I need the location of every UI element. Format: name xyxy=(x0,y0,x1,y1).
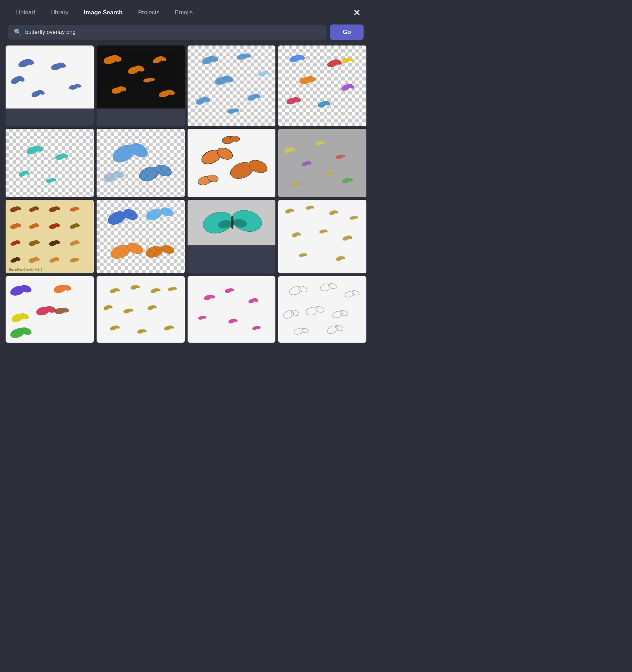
image-result-16[interactable] xyxy=(278,276,366,343)
svg-point-131 xyxy=(231,216,233,230)
image-result-1[interactable] xyxy=(6,46,94,126)
svg-point-120 xyxy=(122,207,139,222)
tab-projects[interactable]: Projects xyxy=(130,6,167,19)
search-input-wrap: 🔍 xyxy=(8,25,326,40)
image-result-12[interactable] xyxy=(278,200,366,273)
image-result-15[interactable] xyxy=(188,276,276,343)
image-result-5[interactable] xyxy=(6,129,94,197)
svg-point-122 xyxy=(159,206,175,218)
svg-text:Butterflies Clip Art, Vol. 3: Butterflies Clip Art, Vol. 3 xyxy=(9,268,43,271)
image-result-14[interactable] xyxy=(97,276,185,343)
svg-point-125 xyxy=(144,244,164,259)
svg-point-207 xyxy=(301,328,309,333)
svg-point-208 xyxy=(326,324,339,335)
svg-point-205 xyxy=(339,309,349,317)
svg-point-201 xyxy=(290,309,300,317)
tab-upload[interactable]: Upload xyxy=(8,6,43,19)
nav-bar: Upload Library Image Search Projects Emo… xyxy=(0,0,372,23)
tab-emojis[interactable]: Emojis xyxy=(167,6,201,19)
image-result-7[interactable] xyxy=(188,129,276,197)
image-result-2[interactable] xyxy=(97,46,185,126)
image-result-9[interactable]: Butterflies Clip Art, Vol. 3 xyxy=(6,200,94,273)
search-input[interactable] xyxy=(25,29,321,35)
image-grid: Butterflies Clip Art, Vol. 3 xyxy=(0,46,372,348)
image-result-8[interactable] xyxy=(278,129,366,197)
image-result-3[interactable] xyxy=(188,46,276,126)
image-result-10[interactable] xyxy=(97,200,185,273)
svg-point-197 xyxy=(328,283,337,289)
modal-container: Upload Library Image Search Projects Emo… xyxy=(0,0,372,348)
svg-point-209 xyxy=(335,324,344,332)
search-icon: 🔍 xyxy=(14,28,22,36)
svg-point-203 xyxy=(314,306,325,313)
go-button[interactable]: Go xyxy=(330,24,364,40)
tab-image-search[interactable]: Image Search xyxy=(76,6,131,19)
image-result-11[interactable] xyxy=(188,200,276,273)
search-bar: 🔍 Go xyxy=(8,24,364,40)
image-result-6[interactable] xyxy=(97,129,185,197)
svg-point-199 xyxy=(351,289,360,296)
svg-point-200 xyxy=(282,309,295,320)
svg-point-124 xyxy=(126,241,145,255)
svg-point-195 xyxy=(297,285,308,293)
close-button[interactable]: ✕ xyxy=(350,7,364,19)
image-result-13[interactable] xyxy=(6,276,94,343)
image-result-4[interactable] xyxy=(278,46,366,126)
tab-library[interactable]: Library xyxy=(43,6,76,19)
svg-point-126 xyxy=(160,244,175,255)
